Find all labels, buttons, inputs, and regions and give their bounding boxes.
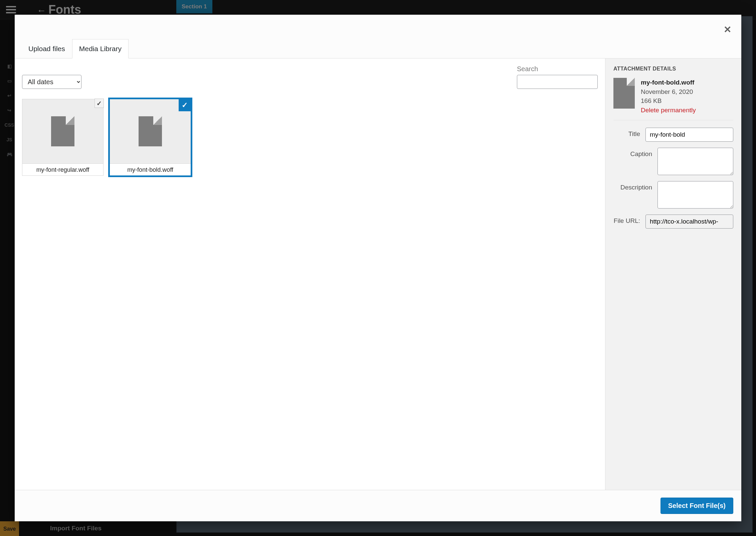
delete-permanently-link[interactable]: Delete permanently (641, 106, 696, 115)
file-icon (613, 78, 635, 109)
divider (613, 120, 733, 120)
modal-footer: Select Font File(s) (15, 490, 741, 521)
check-icon[interactable]: ✓ (94, 99, 104, 108)
description-textarea[interactable] (657, 181, 733, 209)
search-label: Search (517, 65, 598, 73)
media-browser: All dates Search ✓ my-font-regular.woff … (15, 58, 605, 490)
title-label: Title (613, 128, 640, 138)
attachment-details: ATTACHMENT DETAILS my-font-bold.woff Nov… (605, 58, 741, 490)
tab-media-library[interactable]: Media Library (72, 39, 129, 58)
search-input[interactable] (517, 75, 598, 89)
file-icon (22, 99, 103, 163)
media-item-filename: my-font-regular.woff (22, 163, 103, 175)
date-filter-select[interactable]: All dates (22, 75, 81, 89)
select-font-files-button[interactable]: Select Font File(s) (660, 498, 733, 514)
close-icon[interactable]: ✕ (724, 24, 731, 35)
fileurl-label: File URL: (613, 215, 640, 225)
attachment-size: 166 KB (641, 96, 696, 106)
media-item[interactable]: ✓ my-font-regular.woff (22, 99, 104, 176)
title-input[interactable] (645, 128, 733, 142)
caption-textarea[interactable] (657, 148, 733, 175)
caption-label: Caption (613, 148, 652, 158)
attachment-date: November 6, 2020 (641, 87, 696, 97)
fileurl-input[interactable] (645, 215, 733, 229)
modal-tabs: Upload files Media Library (15, 15, 741, 58)
media-item[interactable]: ✓ my-font-bold.woff (110, 99, 191, 176)
media-item-filename: my-font-bold.woff (110, 163, 191, 175)
tab-upload-files[interactable]: Upload files (21, 39, 72, 58)
attachment-filename: my-font-bold.woff (641, 78, 696, 87)
check-icon[interactable]: ✓ (179, 99, 191, 111)
description-label: Description (613, 181, 652, 191)
attachment-details-heading: ATTACHMENT DETAILS (613, 66, 733, 72)
media-modal: ✕ Upload files Media Library All dates S… (15, 15, 741, 521)
